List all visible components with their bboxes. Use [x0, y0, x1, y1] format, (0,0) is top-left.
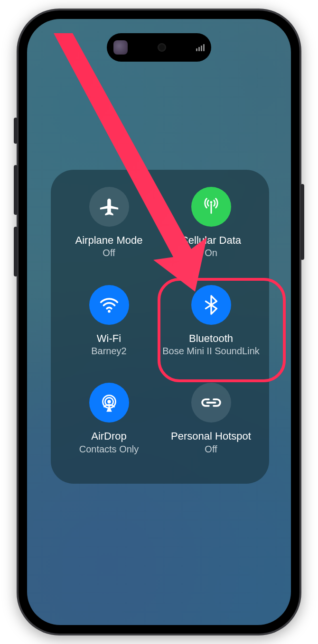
cellular-icon	[191, 187, 231, 227]
screen: Airplane Mode Off	[27, 19, 291, 625]
airdrop-label: AirDrop	[91, 430, 127, 442]
dynamic-island	[107, 33, 211, 62]
bluetooth-toggle[interactable]: Bluetooth Bose Mini II SoundLink	[161, 282, 261, 374]
iphone-frame: Airplane Mode Off	[17, 9, 301, 635]
mute-switch	[14, 118, 18, 144]
hotspot-label: Personal Hotspot	[171, 430, 251, 442]
airdrop-icon	[89, 383, 129, 423]
airplane-icon	[89, 187, 129, 227]
volume-down-button	[14, 227, 18, 276]
airdrop-status: Contacts Only	[79, 443, 139, 455]
wifi-toggle[interactable]: Wi-Fi Barney2	[59, 282, 159, 374]
cellular-label: Cellular Data	[181, 234, 241, 246]
airplane-label: Airplane Mode	[75, 234, 143, 246]
power-button	[300, 184, 304, 260]
front-camera-icon	[158, 43, 166, 52]
cellular-data-toggle[interactable]: Cellular Data On	[161, 184, 261, 276]
volume-up-button	[14, 165, 18, 215]
island-thumbnail	[113, 40, 128, 55]
svg-point-2	[107, 400, 111, 404]
svg-point-0	[210, 201, 212, 203]
wifi-status: Barney2	[91, 345, 127, 357]
audio-bars-icon	[196, 44, 205, 51]
hotspot-status: Off	[205, 443, 217, 455]
wifi-label: Wi-Fi	[97, 332, 121, 344]
airdrop-toggle[interactable]: AirDrop Contacts Only	[59, 380, 159, 471]
bluetooth-icon	[191, 285, 231, 325]
bluetooth-label: Bluetooth	[189, 332, 233, 344]
connectivity-panel: Airplane Mode Off	[51, 170, 269, 484]
hotspot-icon	[191, 383, 231, 423]
phone-bezel: Airplane Mode Off	[19, 10, 299, 634]
bluetooth-status: Bose Mini II SoundLink	[162, 345, 260, 357]
airplane-status: Off	[103, 247, 115, 258]
cellular-status: On	[205, 247, 217, 258]
svg-point-1	[108, 310, 111, 313]
personal-hotspot-toggle[interactable]: Personal Hotspot Off	[161, 380, 261, 471]
airplane-mode-toggle[interactable]: Airplane Mode Off	[59, 184, 159, 276]
wifi-icon	[89, 285, 129, 325]
